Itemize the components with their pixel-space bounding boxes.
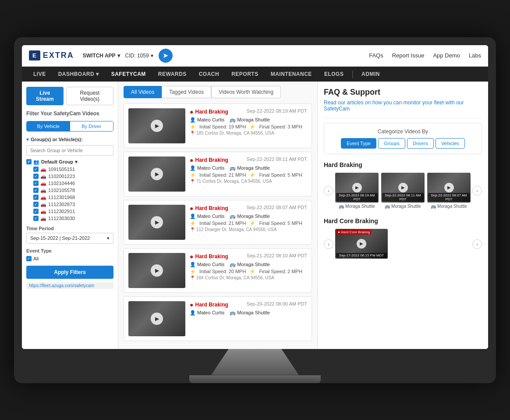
video-thumbnail[interactable]: ▶ (128, 157, 185, 192)
speed-info: ⚡ Initial Speed: 21 MPH ⚡ Final Speed: 5… (190, 221, 307, 226)
shuttle-name: 🚌 Moraga Shuttle (230, 310, 270, 316)
nav-item-rewards[interactable]: REWARDS (152, 67, 193, 82)
nav-item-maintenance[interactable]: MAINTENANCE (265, 67, 318, 82)
play-button[interactable]: ▶ (398, 183, 408, 192)
switch-app-button[interactable]: SWITCH APP ▾ (83, 53, 120, 59)
tab-all-videos[interactable]: All Videos (124, 86, 162, 98)
tab-videos-worth-watching[interactable]: Videos Worth Watching (211, 86, 281, 98)
cid-button[interactable]: CID: 1059 ▾ (125, 53, 153, 59)
list-item: ✓ 🚗 1102001223 (26, 174, 113, 179)
carousel-thumbnail[interactable]: ● Hard Core Braking ▶ Sep-17-2022 06:15 … (335, 229, 388, 259)
vehicle-id: 1112301968 (48, 195, 75, 200)
final-speed-label: Final Speed: 3 MPH (259, 124, 302, 129)
group-icon: 👥 (33, 159, 39, 165)
carousel-prev-button[interactable]: ‹ (324, 186, 333, 196)
live-stream-button[interactable]: Live Stream (26, 87, 64, 105)
event-dot: ● (190, 253, 193, 260)
chevron-down-icon: ▾ (26, 137, 29, 142)
vehicle-checkbox[interactable]: ✓ (33, 181, 39, 186)
main-video-area: All Videos Tagged Videos Videos Worth Wa… (118, 82, 317, 349)
carousel-label: 🚌 Moraga Shuttle (381, 204, 425, 209)
vehicle-checkbox[interactable]: ✓ (33, 216, 39, 221)
event-date: Sep-22-2022 08:11 AM PDT (247, 157, 307, 162)
vehicle-id: 1112302911 (48, 209, 75, 214)
vehicle-checkbox[interactable]: ✓ (33, 188, 39, 193)
apply-filters-button[interactable]: Apply Filters (26, 266, 113, 279)
labs-link[interactable]: Labs (469, 52, 481, 59)
switch-app-label: SWITCH APP (83, 53, 116, 59)
carousel-items: ● Hard Core Braking ▶ Sep-17-2022 06:15 … (335, 229, 471, 260)
person-icon: 👤 (190, 117, 196, 123)
chevron-down-icon: ▾ (107, 235, 110, 241)
logo-box: E (29, 50, 40, 61)
search-group-vehicle-input[interactable] (26, 145, 113, 156)
nav-item-elogs[interactable]: ELOGS (318, 67, 350, 82)
vehicle-id: 1112303030 (48, 216, 75, 221)
shuttle-name: 🚌 Moraga Shuttle (230, 262, 270, 267)
nav-item-dashboard[interactable]: DASHBOARD ▾ (52, 67, 105, 82)
video-thumbnail[interactable]: ▶ (128, 108, 185, 143)
carousel-thumbnail[interactable]: ▶ Sep-22-2022 08:11 AM PDT (381, 173, 425, 203)
content-area: Live Stream Request Video(s) Filter Your… (22, 82, 488, 349)
carousel-prev-button[interactable]: ‹ (324, 239, 333, 249)
video-thumbnail[interactable]: ▶ (128, 301, 185, 336)
play-button[interactable]: ▶ (151, 120, 163, 132)
by-driver-toggle[interactable]: By Driver (70, 121, 113, 131)
cat-vehicles-button[interactable]: Vehicles (436, 138, 465, 149)
event-type-checkbox[interactable]: ✓ (26, 256, 32, 261)
time-period-selector[interactable]: Sep-15-2022 | Sep-21-2022 ▾ (26, 233, 113, 244)
video-thumbnail[interactable]: ▶ (128, 253, 185, 288)
carousel-label: 🚌 Moraga Shuttle (335, 204, 379, 209)
report-issue-link[interactable]: Report Issue (392, 52, 425, 59)
app-demo-link[interactable]: App Demo (433, 52, 460, 59)
faqs-link[interactable]: FAQs (369, 52, 383, 59)
cat-event-type-button[interactable]: Event Type (341, 138, 376, 149)
thumb-bg: ▶ (128, 205, 185, 240)
car-icon: 🚗 (40, 209, 46, 214)
location-icon[interactable]: ➤ (159, 49, 173, 63)
play-button[interactable]: ▶ (151, 313, 163, 325)
tab-tagged-videos[interactable]: Tagged Videos (162, 86, 211, 98)
play-button[interactable]: ▶ (151, 216, 163, 228)
nav-item-reports[interactable]: REPORTS (225, 67, 265, 82)
vehicle-checkbox[interactable]: ✓ (33, 174, 39, 179)
nav-item-live[interactable]: LIVE (27, 67, 52, 82)
top-nav-links: FAQs Report Issue App Demo Labs (369, 52, 481, 59)
video-info: ● Hard Braking Sep-22-2022 08:19 AM PDT … (190, 108, 307, 135)
play-button[interactable]: ▶ (151, 168, 163, 180)
by-vehicle-toggle[interactable]: By Vehicle (27, 121, 70, 131)
car-icon: 🚗 (40, 216, 46, 221)
event-type-tag: ● Hard Braking (190, 157, 228, 164)
video-thumbnail[interactable]: ▶ (128, 205, 185, 240)
cat-drivers-button[interactable]: Drivers (407, 138, 434, 149)
nav-item-admin[interactable]: ADMIN (355, 67, 386, 82)
bus-icon: 🚌 (230, 165, 236, 171)
carousel-thumbnail[interactable]: ▶ Sep-22-2022 08:07 AM PDT (427, 173, 471, 203)
vehicle-checkbox[interactable]: ✓ (33, 202, 39, 207)
play-button[interactable]: ▶ (444, 183, 454, 192)
play-button[interactable]: ▶ (151, 264, 163, 277)
cat-groups-button[interactable]: Groups (378, 138, 405, 149)
shuttle-name: 🚌 Moraga Shuttle (230, 214, 270, 219)
event-dot: ● (190, 108, 193, 115)
video-card: ▶ ● Hard Braking Sep-22-2022 08:11 AM PD… (124, 152, 312, 196)
vehicle-checkbox[interactable]: ✓ (33, 167, 39, 172)
chevron-down-icon: ▾ (96, 71, 99, 77)
filter-title: Filter Your SafetyCam Videos (26, 110, 113, 117)
vehicle-checkbox[interactable]: ✓ (33, 209, 39, 214)
play-button[interactable]: ▶ (352, 183, 362, 192)
group-checkbox[interactable]: ✓ (26, 159, 32, 164)
carousel-next-button[interactable]: › (472, 186, 482, 196)
carousel-next-button[interactable]: › (472, 239, 482, 249)
nav-item-safetycam[interactable]: SAFETYCAM (105, 67, 152, 82)
request-video-button[interactable]: Request Video(s) (66, 87, 113, 105)
carousel-thumbnail[interactable]: ▶ Sep-22-2022 08:19 AM PDT (335, 173, 379, 203)
vehicle-checkbox[interactable]: ✓ (33, 195, 39, 200)
categorize-title: Categorize Videos By (329, 128, 476, 135)
event-type-tag: ● Hard Braking (190, 253, 228, 260)
play-button[interactable]: ▶ (357, 239, 366, 249)
gauge-icon: ⚡ (190, 221, 196, 226)
driver-info: 👤 Mateo Curtis 🚌 Moraga Shuttle (190, 310, 307, 316)
carousel-date: Sep-22-2022 08:07 AM PDT (428, 193, 470, 202)
nav-item-coach[interactable]: COACH (193, 67, 226, 82)
